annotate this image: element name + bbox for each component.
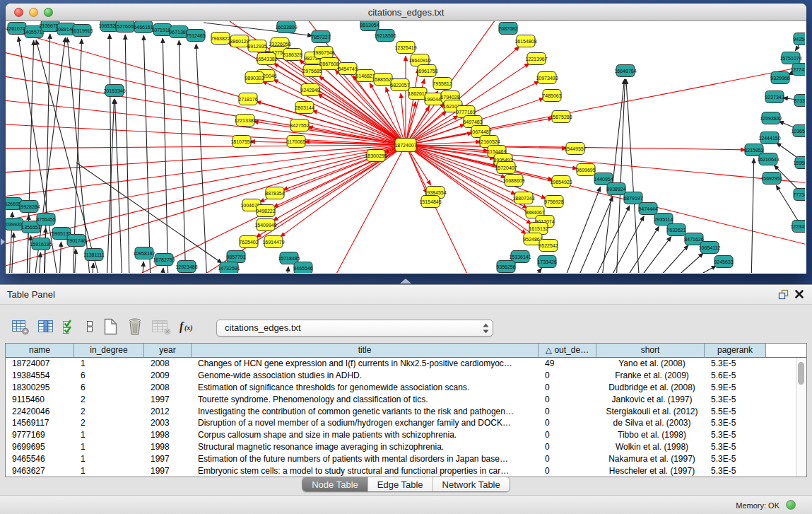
network-node[interactable]: 8813054 — [360, 21, 379, 31]
network-node[interactable]: 15720407 — [495, 162, 517, 174]
network-node[interactable]: 15276002 — [114, 21, 136, 33]
network-node[interactable]: 9699695 — [576, 164, 595, 176]
network-node[interactable]: 18807243 — [512, 192, 534, 204]
network-node[interactable]: 12234522 — [790, 221, 805, 233]
network-node[interactable]: 16154808 — [514, 35, 536, 47]
row-checks-icon[interactable] — [62, 318, 78, 338]
close-window-button[interactable] — [14, 8, 23, 17]
network-node[interactable]: 7485063 — [542, 90, 561, 102]
network-node[interactable]: 8733245 — [794, 95, 805, 107]
float-panel-icon[interactable] — [778, 289, 789, 303]
network-node[interactable]: 16210643 — [757, 153, 779, 165]
network-node[interactable]: 8454749 — [338, 63, 357, 75]
network-node[interactable]: 6879197 — [623, 192, 642, 204]
network-node[interactable]: 16782759 — [153, 254, 175, 266]
delete-column-icon[interactable] — [126, 317, 144, 339]
network-node[interactable]: 7857227 — [311, 31, 330, 43]
network-node[interactable]: 7901746 — [66, 235, 86, 247]
network-node[interactable]: 15449557 — [564, 143, 586, 155]
column-header-out_degree[interactable]: △ out_de… — [539, 344, 596, 358]
table-row[interactable]: 2242004622012Investigating the contribut… — [6, 406, 796, 418]
network-node[interactable]: 9465546 — [293, 262, 312, 274]
column-header-year[interactable]: year — [144, 344, 192, 358]
table-row[interactable]: 946554611997Estimation of the future num… — [6, 453, 796, 465]
network-node[interactable]: 1170065 — [287, 136, 306, 148]
network-node[interactable]: 9756928 — [544, 196, 563, 208]
network-node[interactable]: 8427552 — [290, 119, 309, 132]
network-node[interactable]: 19928284 — [18, 201, 40, 213]
table-row[interactable]: 1938455462009Genome-wide association stu… — [6, 370, 796, 382]
network-node[interactable]: 9227343 — [765, 91, 784, 103]
new-column-icon[interactable] — [102, 317, 119, 339]
network-node[interactable]: 19654923 — [550, 176, 572, 188]
network-node[interactable]: 8878354 — [265, 187, 284, 199]
network-node[interactable]: 15692951 — [760, 173, 782, 185]
network-node[interactable]: 8938924 — [606, 183, 625, 195]
network-node[interactable]: 11381111 — [83, 249, 104, 261]
network-node[interactable]: 8186328 — [283, 49, 302, 61]
table-row[interactable]: 1830029562008Estimation of significance … — [6, 382, 796, 394]
network-node[interactable]: 16033809 — [275, 21, 297, 33]
network-node[interactable]: 18640910 — [408, 54, 430, 66]
network-node[interactable]: 9857791 — [226, 251, 245, 263]
network-node[interactable]: 7963822 — [211, 33, 230, 45]
network-node[interactable]: 9245633 — [714, 256, 733, 268]
function-builder-icon[interactable]: f (x) — [178, 318, 198, 338]
network-node[interactable]: 9890303 — [245, 72, 264, 84]
table-source-dropdown[interactable]: citations_edges.txt — [216, 320, 493, 337]
collapse-panel-arrow-icon[interactable] — [1, 238, 5, 245]
network-node[interactable]: 1733426 — [537, 256, 556, 268]
table-row[interactable]: 911546021997Tourette syndrome. Phenomeno… — [6, 394, 796, 406]
table-row[interactable]: 977716911998Corpus callosum shape and si… — [6, 429, 796, 441]
network-node[interactable]: 15958745 — [793, 157, 805, 169]
zoom-window-button[interactable] — [44, 8, 53, 17]
network-node[interactable]: 10365712 — [791, 125, 805, 137]
network-node[interactable]: 18107554 — [230, 136, 252, 148]
network-node[interactable]: 8860128 — [230, 35, 249, 47]
network-node[interactable]: 16543382 — [255, 53, 277, 65]
network-node[interactable]: 2935114 — [654, 214, 673, 226]
network-node[interactable]: 10958187 — [133, 247, 155, 259]
close-panel-icon[interactable] — [794, 289, 804, 302]
rows-icon[interactable] — [85, 318, 95, 338]
network-node[interactable]: 12213389 — [234, 115, 256, 127]
network-window-titlebar[interactable]: citations_edges.txt — [6, 4, 806, 21]
network-node[interactable]: 12444150 — [758, 132, 780, 144]
network-node[interactable]: 9242848 — [300, 84, 319, 96]
network-node[interactable]: 10654112 — [699, 242, 721, 254]
network-node[interactable]: 9498222 — [256, 205, 275, 217]
network-node[interactable]: 12923488 — [175, 261, 197, 273]
minimize-window-button[interactable] — [29, 8, 38, 17]
network-node[interactable]: 15916195 — [30, 238, 52, 250]
network-node[interactable]: 6822057 — [390, 79, 409, 91]
network-node[interactable]: 18300295 — [365, 150, 387, 162]
network-node[interactable]: 19218506 — [374, 30, 396, 42]
network-node[interactable]: 15409948 — [254, 219, 276, 231]
network-node[interactable]: 7625402 — [239, 236, 258, 248]
table-row[interactable]: 969969511998Structural magnetic resonanc… — [6, 441, 796, 453]
network-node[interactable]: 10973493 — [536, 72, 558, 84]
network-node[interactable]: 6466161 — [134, 21, 153, 33]
network-node[interactable]: 12774335 — [790, 64, 805, 76]
network-node[interactable]: 18724007 — [394, 139, 416, 152]
network-node[interactable]: 19867546 — [312, 47, 334, 59]
network-node[interactable]: 7632621 — [666, 224, 686, 236]
tab-edge-table[interactable]: Edge Table — [367, 477, 433, 491]
tab-network-table[interactable]: Network Table — [433, 477, 510, 491]
network-node[interactable]: 15875288 — [550, 111, 572, 123]
tab-node-table[interactable]: Node Table — [302, 477, 367, 491]
column-header-title[interactable]: title — [192, 344, 539, 358]
network-node[interactable]: 7773434 — [793, 189, 805, 201]
network-node[interactable]: 2975685 — [302, 65, 322, 77]
network-node[interactable]: 9522542 — [539, 240, 558, 252]
network-node[interactable]: 16914479 — [262, 236, 284, 248]
network-node[interactable]: 8755455 — [36, 214, 55, 226]
table-row[interactable]: 1456911722003Disruption of a novel membe… — [6, 417, 796, 429]
network-node[interactable]: 16319915 — [71, 25, 93, 37]
table-settings-icon[interactable] — [11, 318, 30, 338]
scrollbar-thumb[interactable] — [798, 362, 804, 385]
network-node[interactable]: 1615132 — [529, 223, 548, 235]
network-node[interactable]: 8912935 — [247, 40, 266, 52]
network-node[interactable]: 7512465 — [186, 30, 205, 42]
table-row[interactable]: 946362711997Embryonic stem cells: a mode… — [6, 465, 796, 477]
